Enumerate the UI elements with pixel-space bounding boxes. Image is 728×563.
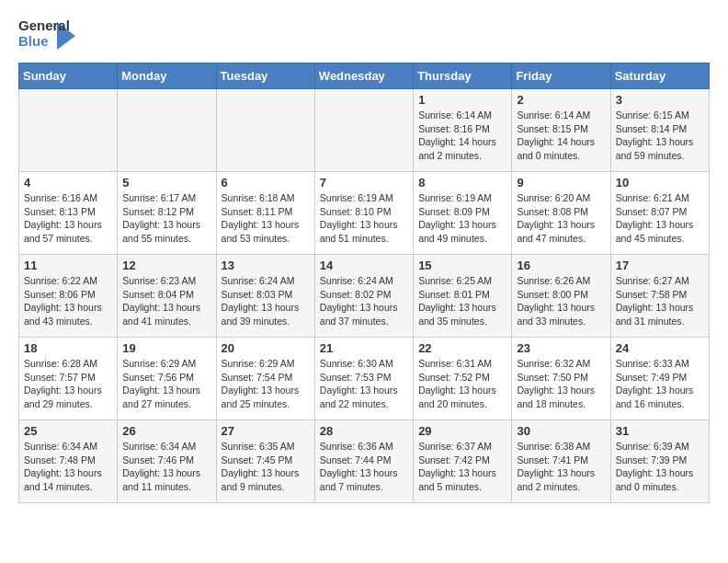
day-info: Sunrise: 6:39 AM Sunset: 7:39 PM Dayligh…	[616, 440, 704, 494]
day-info: Sunrise: 6:14 AM Sunset: 8:16 PM Dayligh…	[418, 109, 506, 163]
day-info: Sunrise: 6:38 AM Sunset: 7:41 PM Dayligh…	[517, 440, 605, 494]
day-info: Sunrise: 6:33 AM Sunset: 7:49 PM Dayligh…	[616, 357, 704, 411]
day-info: Sunrise: 6:14 AM Sunset: 8:15 PM Dayligh…	[517, 109, 605, 163]
day-number: 11	[24, 259, 112, 272]
day-info: Sunrise: 6:34 AM Sunset: 7:46 PM Dayligh…	[122, 440, 210, 494]
day-number: 3	[616, 93, 704, 107]
table-row: 6Sunrise: 6:18 AM Sunset: 8:11 PM Daylig…	[216, 172, 314, 255]
day-info: Sunrise: 6:15 AM Sunset: 8:14 PM Dayligh…	[616, 109, 704, 163]
day-header-saturday: Saturday	[610, 63, 709, 89]
table-row: 7Sunrise: 6:19 AM Sunset: 8:10 PM Daylig…	[314, 172, 413, 255]
day-info: Sunrise: 6:37 AM Sunset: 7:42 PM Dayligh…	[418, 440, 506, 494]
day-number: 12	[122, 259, 210, 272]
day-number: 22	[418, 341, 506, 355]
day-info: Sunrise: 6:28 AM Sunset: 7:57 PM Dayligh…	[24, 357, 112, 411]
days-of-week-row: SundayMondayTuesdayWednesdayThursdayFrid…	[19, 63, 710, 89]
calendar-week-2: 4Sunrise: 6:16 AM Sunset: 8:13 PM Daylig…	[19, 172, 710, 255]
calendar-body: 1Sunrise: 6:14 AM Sunset: 8:16 PM Daylig…	[19, 89, 710, 503]
day-header-sunday: Sunday	[19, 63, 118, 89]
day-info: Sunrise: 6:31 AM Sunset: 7:52 PM Dayligh…	[418, 357, 506, 411]
day-number: 10	[616, 176, 704, 190]
table-row: 30Sunrise: 6:38 AM Sunset: 7:41 PM Dayli…	[512, 420, 610, 503]
day-number: 31	[616, 424, 704, 438]
day-info: Sunrise: 6:26 AM Sunset: 8:00 PM Dayligh…	[517, 274, 605, 328]
day-info: Sunrise: 6:32 AM Sunset: 7:50 PM Dayligh…	[517, 357, 605, 411]
day-info: Sunrise: 6:18 AM Sunset: 8:11 PM Dayligh…	[222, 191, 310, 246]
day-number: 27	[222, 424, 310, 438]
table-row: 22Sunrise: 6:31 AM Sunset: 7:52 PM Dayli…	[414, 338, 512, 420]
day-number: 24	[616, 341, 704, 355]
day-number: 20	[222, 341, 310, 355]
table-row	[118, 89, 216, 172]
day-number: 28	[320, 424, 408, 438]
day-header-monday: Monday	[118, 63, 216, 89]
table-row: 27Sunrise: 6:35 AM Sunset: 7:45 PM Dayli…	[216, 420, 314, 503]
day-number: 14	[320, 259, 408, 272]
day-number: 15	[418, 259, 506, 272]
table-row: 26Sunrise: 6:34 AM Sunset: 7:46 PM Dayli…	[118, 420, 216, 503]
day-number: 2	[517, 93, 605, 107]
day-info: Sunrise: 6:36 AM Sunset: 7:44 PM Dayligh…	[320, 440, 408, 494]
day-number: 16	[517, 259, 605, 272]
table-row: 13Sunrise: 6:24 AM Sunset: 8:03 PM Dayli…	[216, 255, 314, 338]
table-row: 5Sunrise: 6:17 AM Sunset: 8:12 PM Daylig…	[118, 172, 216, 255]
table-row: 2Sunrise: 6:14 AM Sunset: 8:15 PM Daylig…	[512, 89, 610, 172]
table-row	[216, 89, 314, 172]
day-info: Sunrise: 6:19 AM Sunset: 8:09 PM Dayligh…	[418, 191, 506, 246]
day-info: Sunrise: 6:23 AM Sunset: 8:04 PM Dayligh…	[122, 274, 210, 328]
day-info: Sunrise: 6:29 AM Sunset: 7:56 PM Dayligh…	[122, 357, 210, 411]
table-row: 10Sunrise: 6:21 AM Sunset: 8:07 PM Dayli…	[610, 172, 709, 255]
day-number: 1	[418, 93, 506, 107]
table-row: 19Sunrise: 6:29 AM Sunset: 7:56 PM Dayli…	[118, 338, 216, 420]
day-info: Sunrise: 6:20 AM Sunset: 8:08 PM Dayligh…	[517, 191, 605, 246]
day-number: 4	[24, 176, 112, 190]
day-info: Sunrise: 6:16 AM Sunset: 8:13 PM Dayligh…	[24, 191, 112, 246]
table-row: 11Sunrise: 6:22 AM Sunset: 8:06 PM Dayli…	[19, 255, 118, 338]
day-info: Sunrise: 6:17 AM Sunset: 8:12 PM Dayligh…	[122, 191, 210, 246]
day-info: Sunrise: 6:21 AM Sunset: 8:07 PM Dayligh…	[616, 191, 704, 246]
calendar-week-1: 1Sunrise: 6:14 AM Sunset: 8:16 PM Daylig…	[19, 89, 710, 172]
day-header-tuesday: Tuesday	[216, 63, 314, 89]
calendar-week-5: 25Sunrise: 6:34 AM Sunset: 7:48 PM Dayli…	[19, 420, 710, 503]
day-number: 6	[222, 176, 310, 190]
calendar-header: SundayMondayTuesdayWednesdayThursdayFrid…	[19, 63, 710, 89]
day-info: Sunrise: 6:27 AM Sunset: 7:58 PM Dayligh…	[616, 274, 704, 328]
day-number: 19	[122, 341, 210, 355]
table-row: 20Sunrise: 6:29 AM Sunset: 7:54 PM Dayli…	[216, 338, 314, 420]
table-row: 1Sunrise: 6:14 AM Sunset: 8:16 PM Daylig…	[414, 89, 512, 172]
day-number: 5	[122, 176, 210, 190]
day-info: Sunrise: 6:19 AM Sunset: 8:10 PM Dayligh…	[320, 191, 408, 246]
day-info: Sunrise: 6:29 AM Sunset: 7:54 PM Dayligh…	[222, 357, 310, 411]
day-number: 26	[122, 424, 210, 438]
table-row: 21Sunrise: 6:30 AM Sunset: 7:53 PM Dayli…	[314, 338, 413, 420]
table-row: 4Sunrise: 6:16 AM Sunset: 8:13 PM Daylig…	[19, 172, 118, 255]
day-number: 21	[320, 341, 408, 355]
day-number: 7	[320, 176, 408, 190]
logo: General Blue	[18, 18, 75, 53]
day-number: 17	[616, 259, 704, 272]
day-info: Sunrise: 6:30 AM Sunset: 7:53 PM Dayligh…	[320, 357, 408, 411]
table-row	[19, 89, 118, 172]
calendar-table: SundayMondayTuesdayWednesdayThursdayFrid…	[18, 63, 710, 503]
day-header-wednesday: Wednesday	[314, 63, 413, 89]
table-row: 12Sunrise: 6:23 AM Sunset: 8:04 PM Dayli…	[118, 255, 216, 338]
table-row: 28Sunrise: 6:36 AM Sunset: 7:44 PM Dayli…	[314, 420, 413, 503]
table-row: 9Sunrise: 6:20 AM Sunset: 8:08 PM Daylig…	[512, 172, 610, 255]
day-number: 30	[517, 424, 605, 438]
day-number: 25	[24, 424, 112, 438]
table-row: 16Sunrise: 6:26 AM Sunset: 8:00 PM Dayli…	[512, 255, 610, 338]
table-row: 3Sunrise: 6:15 AM Sunset: 8:14 PM Daylig…	[610, 89, 709, 172]
header: General Blue	[18, 18, 710, 53]
table-row	[314, 89, 413, 172]
table-row: 17Sunrise: 6:27 AM Sunset: 7:58 PM Dayli…	[610, 255, 709, 338]
table-row: 15Sunrise: 6:25 AM Sunset: 8:01 PM Dayli…	[414, 255, 512, 338]
day-info: Sunrise: 6:34 AM Sunset: 7:48 PM Dayligh…	[24, 440, 112, 494]
calendar-week-4: 18Sunrise: 6:28 AM Sunset: 7:57 PM Dayli…	[19, 338, 710, 420]
day-number: 9	[517, 176, 605, 190]
table-row: 25Sunrise: 6:34 AM Sunset: 7:48 PM Dayli…	[19, 420, 118, 503]
table-row: 29Sunrise: 6:37 AM Sunset: 7:42 PM Dayli…	[414, 420, 512, 503]
day-info: Sunrise: 6:25 AM Sunset: 8:01 PM Dayligh…	[418, 274, 506, 328]
table-row: 14Sunrise: 6:24 AM Sunset: 8:02 PM Dayli…	[314, 255, 413, 338]
day-number: 23	[517, 341, 605, 355]
table-row: 24Sunrise: 6:33 AM Sunset: 7:49 PM Dayli…	[610, 338, 709, 420]
